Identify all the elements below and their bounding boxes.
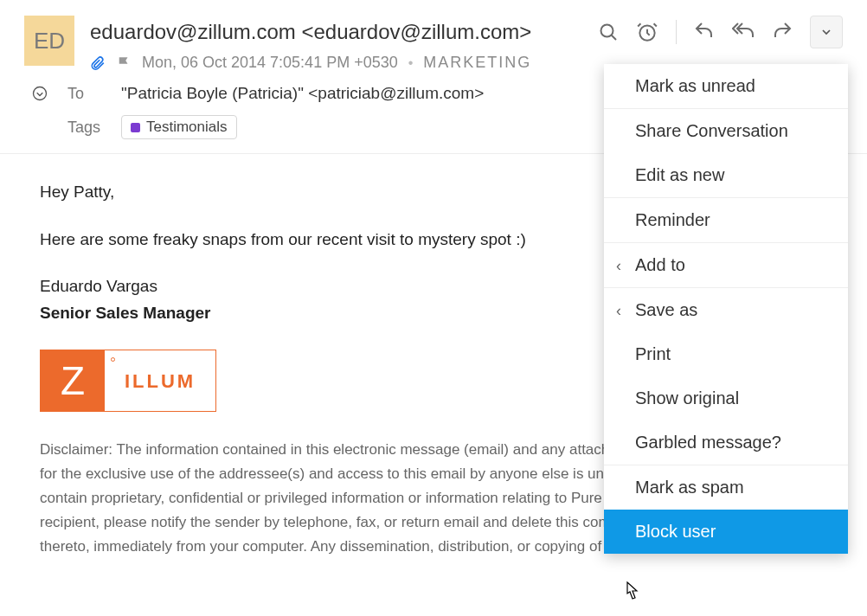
search-icon[interactable]: [598, 22, 619, 42]
svg-point-3: [34, 87, 47, 100]
more-actions-dropdown[interactable]: [810, 16, 843, 48]
menu-block-user[interactable]: Block user: [604, 510, 848, 554]
reply-all-icon[interactable]: [732, 22, 755, 42]
company-logo: Z ILLUM: [40, 350, 216, 412]
context-menu: Mark as unread Share Conversation Edit a…: [604, 64, 848, 554]
attachment-icon[interactable]: [90, 55, 106, 72]
menu-reminder[interactable]: Reminder: [604, 197, 848, 242]
alarm-reminder-icon[interactable]: [636, 21, 658, 43]
separator-dot: •: [408, 55, 414, 71]
tag-color-swatch: [131, 123, 140, 132]
tags-label: Tags: [67, 119, 121, 137]
email-date: Mon, 06 Oct 2014 7:05:41 PM +0530: [142, 54, 398, 72]
reply-icon[interactable]: [694, 22, 715, 42]
sender-avatar[interactable]: ED: [24, 16, 74, 66]
menu-print[interactable]: Print: [604, 332, 848, 376]
flag-icon[interactable]: [116, 55, 132, 72]
email-header: ED eduardov@zillum.com <eduardov@zillum.…: [0, 0, 867, 72]
menu-save-as[interactable]: Save as: [604, 287, 848, 332]
svg-point-0: [601, 25, 613, 37]
menu-share-conversation[interactable]: Share Conversation: [604, 108, 848, 153]
to-label: To: [67, 85, 121, 103]
to-value[interactable]: "Patricia Boyle (Patricia)" <patriciab@z…: [121, 84, 484, 103]
cursor-pointer-icon: [621, 581, 640, 607]
collapse-toggle-icon[interactable]: [31, 85, 48, 102]
sender-address[interactable]: eduardov@zillum.com <eduardov@zillum.com…: [90, 20, 588, 44]
logo-illum: ILLUM: [105, 350, 215, 411]
svg-line-1: [612, 35, 617, 41]
menu-mark-unread[interactable]: Mark as unread: [604, 64, 848, 108]
logo-z: Z: [41, 350, 105, 411]
tag-chip[interactable]: Testimonials: [121, 115, 237, 139]
category-label[interactable]: MARKETING: [423, 54, 531, 72]
menu-show-original[interactable]: Show original: [604, 376, 848, 420]
menu-garbled-message[interactable]: Garbled message?: [604, 420, 848, 465]
menu-edit-as-new[interactable]: Edit as new: [604, 153, 848, 197]
menu-mark-as-spam[interactable]: Mark as spam: [604, 465, 848, 510]
forward-icon[interactable]: [772, 22, 793, 42]
menu-add-to[interactable]: Add to: [604, 242, 848, 287]
tag-label: Testimonials: [146, 119, 228, 136]
